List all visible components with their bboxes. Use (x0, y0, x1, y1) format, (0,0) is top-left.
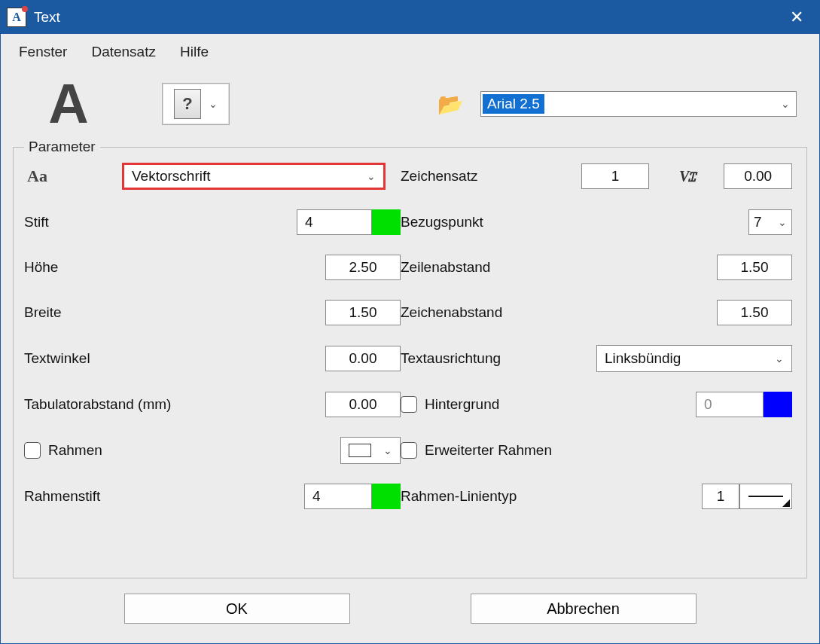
rahmenstift-color-swatch[interactable] (372, 484, 401, 509)
rahmen-shape-combo[interactable]: ⌄ (340, 437, 401, 464)
app-icon: A (7, 8, 26, 27)
text-dialog-window: A Text ✕ Fenster Datensatz Hilfe A ? ⌄ 📂… (0, 0, 820, 644)
parameter-fieldset: Parameter Aa Vektorschrift ⌄ Zeichensatz… (13, 147, 807, 578)
tabulator-input[interactable]: 0.00 (325, 392, 401, 417)
stift-color-picker[interactable]: 4 (297, 209, 401, 235)
text-preview-icon: A (23, 76, 114, 132)
font-type-combo[interactable]: Vektorschrift ⌄ (122, 163, 386, 190)
bezugspunkt-combo[interactable]: 7 ⌄ (748, 209, 792, 235)
label-tabulator: Tabulatorabstand (mm) (24, 396, 190, 413)
line-icon (748, 496, 783, 497)
preset-dropdown[interactable]: ? ⌄ (162, 83, 230, 125)
cancel-button[interactable]: Abbrechen (471, 594, 697, 624)
rahmenstift-color-picker[interactable]: 4 (304, 484, 401, 509)
chevron-down-icon: ⌄ (367, 170, 376, 182)
font-combo[interactable]: Arial 2.5 ⌄ (480, 91, 797, 117)
label-zeichensatz: Zeichensatz (401, 168, 581, 185)
window-title: Text (34, 9, 60, 26)
label-textwinkel: Textwinkel (24, 350, 190, 367)
hoehe-input[interactable]: 2.50 (325, 255, 401, 280)
hintergrund-color-picker[interactable]: 0 (696, 392, 792, 417)
hintergrund-color-swatch[interactable] (764, 392, 792, 417)
rahmenstift-input[interactable]: 4 (304, 484, 372, 509)
folder-open-icon[interactable]: 📂 (437, 92, 464, 117)
label-rahmen-linientyp: Rahmen-Linientyp (401, 488, 581, 505)
label-stift: Stift (24, 214, 190, 230)
aa-icon: Aa (24, 166, 47, 186)
label-erweiterter-rahmen: Erweiterter Rahmen (425, 442, 552, 459)
close-icon[interactable]: ✕ (779, 5, 815, 30)
label-zeichenabstand: Zeichenabstand (401, 304, 581, 321)
rahmen-linientyp-input[interactable]: 1 (702, 484, 739, 509)
zeichenabstand-input[interactable]: 1.50 (717, 300, 792, 325)
hintergrund-checkbox[interactable] (401, 396, 417, 413)
label-zeilenabstand: Zeilenabstand (401, 259, 581, 276)
chevron-down-icon: ⌄ (383, 444, 392, 456)
menubar: Fenster Datensatz Hilfe (1, 34, 819, 70)
zeichensatz-input[interactable]: 1 (581, 163, 649, 189)
titlebar: A Text ✕ (1, 1, 819, 34)
textausrichtung-value: Linksbündig (605, 350, 681, 367)
chevron-down-icon: ⌄ (781, 98, 790, 110)
menu-hilfe[interactable]: Hilfe (177, 41, 212, 63)
top-row: A ? ⌄ 📂 Arial 2.5 ⌄ (1, 70, 819, 147)
chevron-down-icon: ⌄ (778, 216, 787, 228)
slant-input[interactable]: 0.00 (724, 163, 792, 189)
label-textausrichtung: Textausrichtung (401, 350, 581, 367)
label-rahmen: Rahmen (48, 442, 102, 459)
rahmen-linientyp-preview[interactable] (739, 484, 792, 509)
label-hintergrund: Hintergrund (425, 396, 499, 413)
label-bezugspunkt: Bezugspunkt (401, 214, 581, 230)
menu-fenster[interactable]: Fenster (16, 41, 70, 63)
textausrichtung-combo[interactable]: Linksbündig ⌄ (596, 345, 792, 372)
label-rahmenstift: Rahmenstift (24, 488, 190, 505)
chevron-down-icon: ⌄ (209, 98, 218, 110)
erweiterter-rahmen-checkbox[interactable] (401, 442, 417, 459)
textwinkel-input[interactable]: 0.00 (325, 346, 401, 371)
dialog-buttons: OK Abbrechen (1, 578, 819, 643)
stift-color-swatch[interactable] (372, 209, 401, 235)
bezugspunkt-value: 7 (754, 214, 762, 230)
font-selected-label: Arial 2.5 (483, 94, 544, 114)
breite-input[interactable]: 1.50 (325, 300, 401, 325)
zeilenabstand-input[interactable]: 1.50 (717, 255, 792, 280)
rahmen-checkbox[interactable] (24, 442, 41, 459)
rectangle-preview-icon (349, 444, 371, 457)
label-breite: Breite (24, 304, 190, 321)
ok-button[interactable]: OK (124, 594, 350, 624)
stift-input[interactable]: 4 (297, 209, 372, 235)
question-icon: ? (174, 89, 201, 119)
fieldset-legend: Parameter (24, 139, 100, 155)
menu-datensatz[interactable]: Datensatz (88, 41, 159, 63)
slant-icon: VꞮ (679, 168, 693, 185)
font-type-value: Vektorschrift (132, 168, 211, 185)
label-hoehe: Höhe (24, 259, 190, 276)
hintergrund-stift-input[interactable]: 0 (696, 392, 764, 417)
chevron-down-icon: ⌄ (775, 353, 784, 365)
